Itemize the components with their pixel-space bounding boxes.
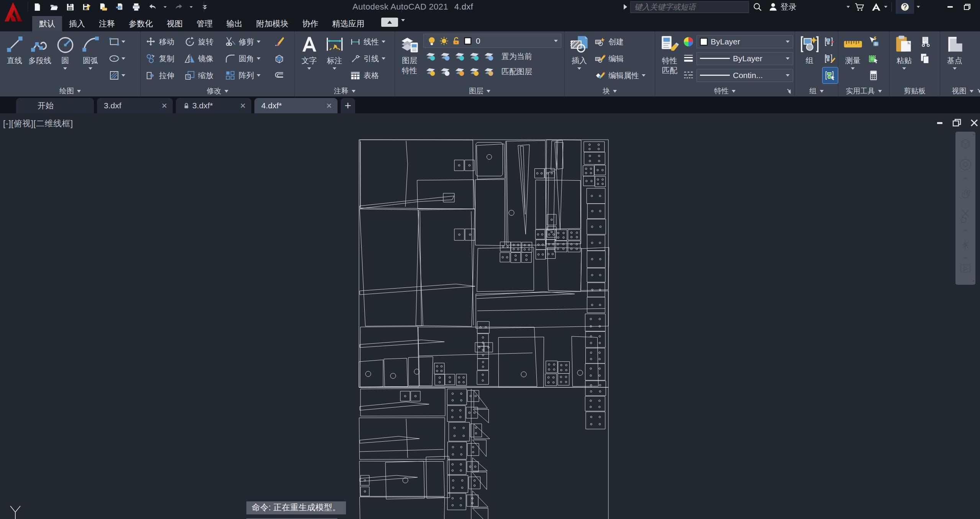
lineweight-select[interactable]: ByLayer: [696, 52, 793, 65]
app-store-button[interactable]: [850, 0, 869, 14]
viewport-restore-icon[interactable]: [952, 119, 962, 127]
layer-combo[interactable]: 0: [423, 34, 561, 48]
dialog-launcher-icon[interactable]: [978, 88, 980, 94]
new-file-button[interactable]: [31, 1, 43, 13]
insert-block-button[interactable]: 插入: [567, 33, 592, 86]
close-tab-icon[interactable]: ✕: [161, 101, 167, 110]
line-button[interactable]: 直线: [2, 33, 27, 86]
search-button[interactable]: [749, 0, 766, 14]
erase-button[interactable]: [272, 34, 287, 50]
rotate-button[interactable]: 旋转: [182, 34, 222, 50]
panel-label-utilities[interactable]: 实用工具: [838, 86, 889, 96]
match-layer-button[interactable]: 匹配图层: [501, 67, 532, 77]
ribbon-tab-6[interactable]: 输出: [220, 16, 249, 31]
array-button[interactable]: 阵列: [223, 67, 271, 83]
ribbon-tab-0[interactable]: 默认: [32, 16, 62, 31]
autocad-logo[interactable]: [2, 1, 24, 23]
measure-button[interactable]: 测量: [841, 33, 865, 86]
linear-button[interactable]: 线性: [347, 34, 388, 50]
panel-label-annotation[interactable]: 注释: [295, 86, 395, 96]
search-input[interactable]: [634, 3, 745, 11]
select-similar-button[interactable]: [866, 51, 881, 67]
panel-label-layers[interactable]: 图层: [395, 86, 564, 96]
file-tab-0[interactable]: 开始: [16, 98, 94, 113]
dimension-button[interactable]: 标注: [322, 33, 347, 86]
scale-button[interactable]: 缩放: [182, 67, 222, 83]
ribbon-display-dropdown-icon[interactable]: [401, 19, 405, 21]
panel-label-modify[interactable]: 修改: [141, 86, 294, 96]
mirror-button[interactable]: 镜像: [182, 51, 222, 67]
open-from-web-button[interactable]: [114, 1, 125, 13]
save-button[interactable]: [64, 1, 76, 13]
group-selection-toggle[interactable]: [823, 67, 838, 83]
undo-button[interactable]: [147, 1, 158, 13]
search-expand-icon[interactable]: [624, 4, 627, 10]
ribbon-tab-9[interactable]: 精选应用: [325, 16, 371, 31]
trim-button[interactable]: 修剪: [223, 34, 271, 50]
color-select[interactable]: ByLayer: [696, 35, 793, 48]
ribbon-tab-2[interactable]: 注释: [92, 16, 122, 31]
ribbon-tab-1[interactable]: 插入: [62, 16, 92, 31]
offset-button[interactable]: [272, 67, 287, 83]
move-button[interactable]: 移动: [143, 34, 181, 50]
ribbon-tab-4[interactable]: 视图: [160, 16, 190, 31]
panel-label-draw[interactable]: 绘图: [0, 86, 140, 96]
group-edit-button[interactable]: [823, 51, 838, 67]
sign-in-dropdown-icon[interactable]: [847, 6, 850, 8]
panel-label-properties[interactable]: 特性: [655, 86, 795, 96]
window-minimize-button[interactable]: [942, 0, 959, 14]
text-button[interactable]: 文字: [297, 33, 321, 86]
table-button[interactable]: 表格: [347, 67, 388, 83]
stretch-button[interactable]: 拉伸: [143, 67, 181, 83]
file-tab-2[interactable]: 3.dxf*✕: [176, 98, 251, 113]
ellipse-button[interactable]: [107, 51, 127, 67]
viewport-close-icon[interactable]: [970, 119, 978, 127]
viewport-minimize-icon[interactable]: [936, 119, 944, 127]
base-point-button[interactable]: 基点: [942, 33, 967, 86]
copy-clip-button[interactable]: [917, 51, 932, 67]
cut-button[interactable]: [917, 34, 932, 50]
save-as-button[interactable]: [81, 1, 92, 13]
sign-in-button[interactable]: 登录: [768, 0, 799, 14]
redo-button[interactable]: [173, 1, 184, 13]
autodesk-app-dropdown-icon[interactable]: [884, 6, 888, 8]
ribbon-tab-5[interactable]: 管理: [190, 16, 220, 31]
quick-calculator-button[interactable]: [866, 67, 881, 83]
edit-attributes-button[interactable]: 编辑属性: [592, 67, 648, 83]
search-box[interactable]: [630, 1, 749, 13]
layer-properties-button[interactable]: 图层特性: [397, 33, 422, 86]
file-tab-1[interactable]: 3.dxf✕: [97, 98, 173, 113]
redo-dropdown[interactable]: [189, 6, 194, 8]
match-properties-button[interactable]: 特性匹配: [657, 33, 682, 86]
dialog-launcher-icon[interactable]: [787, 88, 793, 94]
file-tab-3[interactable]: 4.dxf*✕: [254, 98, 338, 113]
viewport-label[interactable]: [-][俯视][二维线框]: [3, 118, 73, 129]
edit-block-button[interactable]: 编辑: [592, 51, 648, 67]
help-button[interactable]: [896, 0, 914, 14]
polyline-button[interactable]: 多段线: [28, 33, 52, 86]
window-close-button[interactable]: [975, 0, 980, 14]
open-file-button[interactable]: [48, 1, 59, 13]
close-tab-icon[interactable]: ✕: [240, 101, 246, 110]
navigation-bar[interactable]: [955, 132, 975, 285]
circle-button[interactable]: 圆: [53, 33, 77, 86]
panel-label-view[interactable]: 视图: [940, 86, 980, 96]
plot-button[interactable]: [130, 1, 142, 13]
set-current-button[interactable]: 置为当前: [501, 51, 532, 62]
save-to-web-button[interactable]: [97, 1, 109, 13]
arc-button[interactable]: 圆弧: [78, 33, 103, 86]
panel-label-group[interactable]: 组: [795, 86, 838, 96]
hatch-button[interactable]: [107, 67, 127, 83]
linetype-select[interactable]: Contin...: [696, 69, 793, 82]
quick-select-button[interactable]: [866, 34, 881, 50]
window-restore-button[interactable]: [959, 0, 975, 14]
rectangle-button[interactable]: [107, 34, 127, 50]
ungroup-button[interactable]: [823, 34, 838, 50]
panel-label-block[interactable]: 块: [565, 86, 655, 96]
drawing-area[interactable]: [-][俯视][二维线框] 命令: 正在重生成模型。 命令: 正在重生成模型: [0, 113, 980, 519]
paste-button[interactable]: 粘贴: [892, 33, 916, 86]
ribbon-display-toggle[interactable]: [381, 18, 398, 27]
help-dropdown-icon[interactable]: [917, 6, 920, 8]
fillet-button[interactable]: 圆角: [223, 51, 271, 67]
create-block-button[interactable]: 创建: [592, 34, 648, 50]
